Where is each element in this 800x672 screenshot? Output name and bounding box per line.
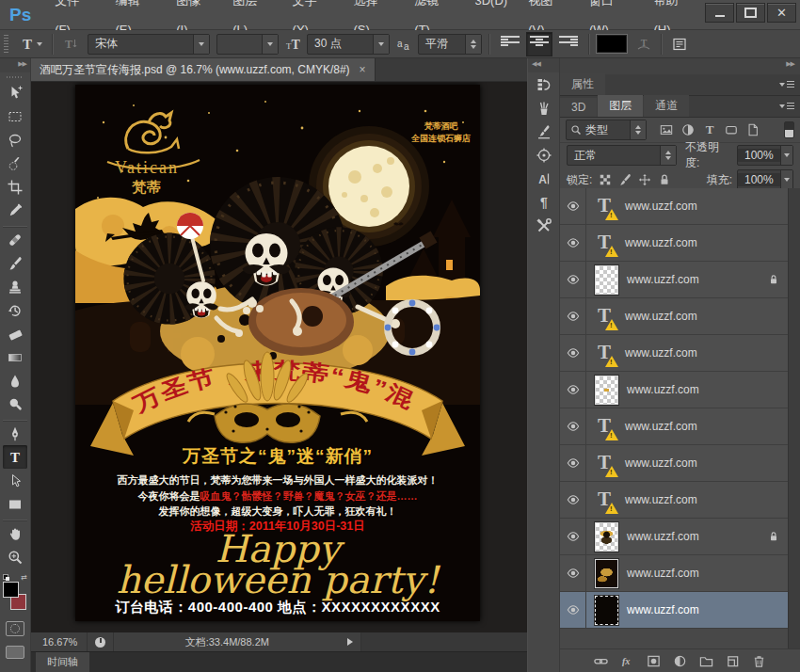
layer-name[interactable]: www.uzzf.com <box>625 310 697 323</box>
layers-bottom-button[interactable] <box>673 654 687 668</box>
layer-visibility-toggle[interactable] <box>560 482 586 518</box>
font-style-select[interactable] <box>216 34 279 55</box>
font-size-select[interactable]: 30 点 <box>307 34 390 55</box>
layer-row[interactable]: www.uzzf.com <box>560 225 789 262</box>
layer-name[interactable]: www.uzzf.com <box>625 200 697 213</box>
lock-button[interactable] <box>599 173 612 186</box>
layer-row[interactable]: www.uzzf.com <box>560 519 789 555</box>
layer-thumbnail[interactable] <box>595 487 616 514</box>
panel-menu-icon[interactable] <box>779 80 794 89</box>
tool-button[interactable] <box>3 345 27 369</box>
layer-thumbnail[interactable] <box>595 193 616 220</box>
align-button[interactable] <box>497 32 523 56</box>
zoom-level-field[interactable]: 16.67% <box>31 632 88 651</box>
anti-alias-select[interactable]: 平滑 <box>418 34 482 55</box>
tool-button[interactable] <box>3 469 27 492</box>
tool-button[interactable] <box>3 445 27 469</box>
panel-dock-icon[interactable] <box>532 120 556 143</box>
layer-filter-button[interactable] <box>660 123 673 136</box>
tool-button[interactable] <box>3 128 27 152</box>
tool-button[interactable] <box>3 152 27 175</box>
panel-dock-icon[interactable] <box>532 214 556 237</box>
panel-dock-icon[interactable] <box>532 96 556 120</box>
tab-layers[interactable]: 图层 <box>598 95 643 117</box>
tab-3d[interactable]: 3D <box>560 98 597 117</box>
layer-row[interactable]: www.uzzf.com <box>560 482 789 519</box>
layers-bottom-button[interactable] <box>726 654 740 668</box>
layer-visibility-toggle[interactable] <box>560 592 586 628</box>
panel-dock-icon[interactable] <box>532 72 556 96</box>
swap-colors-icon[interactable]: ⇄ <box>21 573 27 582</box>
tool-button[interactable] <box>3 545 27 568</box>
layer-thumbnail[interactable] <box>595 596 618 625</box>
lock-button[interactable] <box>638 173 651 186</box>
layers-bottom-button[interactable] <box>647 654 661 668</box>
layer-name[interactable]: www.uzzf.com <box>625 236 697 249</box>
layer-name[interactable]: www.uzzf.com <box>627 603 699 616</box>
text-orientation-button[interactable] <box>60 35 81 54</box>
layer-name[interactable]: www.uzzf.com <box>625 346 697 360</box>
minimize-button[interactable] <box>705 3 734 23</box>
layer-visibility-toggle[interactable] <box>560 188 586 224</box>
layer-filter-button[interactable] <box>746 123 760 136</box>
color-wells[interactable]: ⇄ <box>3 576 27 610</box>
layer-thumbnail[interactable] <box>595 450 616 477</box>
layer-row[interactable]: www.uzzf.com <box>560 555 789 592</box>
timeline-tab[interactable]: 时间轴 <box>36 652 89 672</box>
layer-name[interactable]: www.uzzf.com <box>625 420 697 433</box>
layer-row[interactable]: www.uzzf.com <box>560 408 789 445</box>
tool-button[interactable] <box>3 298 27 322</box>
layer-visibility-toggle[interactable] <box>560 555 586 591</box>
layer-name[interactable]: www.uzzf.com <box>627 383 699 396</box>
tool-button[interactable] <box>3 322 27 345</box>
default-colors-icon[interactable] <box>3 574 10 582</box>
poster-document[interactable]: 万圣节，来梵蒂“鬼”混 <box>75 85 480 621</box>
layer-filter-button[interactable] <box>681 123 695 136</box>
layers-bottom-button[interactable] <box>620 654 634 668</box>
align-button[interactable] <box>526 32 552 56</box>
layer-thumbnail[interactable] <box>595 559 618 588</box>
tool-preset-button[interactable] <box>17 35 45 54</box>
layer-visibility-toggle[interactable] <box>560 372 586 408</box>
opacity-select[interactable]: 100% <box>737 145 793 166</box>
maximize-button[interactable] <box>736 3 765 23</box>
layer-row[interactable]: www.uzzf.com <box>560 445 789 482</box>
font-family-select[interactable]: 宋体 <box>88 34 210 55</box>
tool-button[interactable] <box>3 199 27 222</box>
layer-thumbnail[interactable] <box>595 340 616 367</box>
tool-button[interactable] <box>3 369 27 392</box>
panel-menu-icon[interactable] <box>779 102 794 111</box>
layer-visibility-toggle[interactable] <box>560 445 586 481</box>
layer-visibility-toggle[interactable] <box>560 262 586 297</box>
layer-row[interactable]: www.uzzf.com <box>560 372 789 408</box>
layer-row[interactable]: www.uzzf.com <box>560 298 789 335</box>
layer-visibility-toggle[interactable] <box>560 408 586 444</box>
layer-name[interactable]: www.uzzf.com <box>627 567 699 580</box>
layer-name[interactable]: www.uzzf.com <box>625 493 697 506</box>
filter-type-select[interactable]: 类型 <box>566 120 647 140</box>
layer-visibility-toggle[interactable] <box>560 298 586 334</box>
tool-button[interactable] <box>3 392 27 416</box>
tools-collapse-button[interactable]: ▶▶ <box>0 58 30 72</box>
layer-name[interactable]: www.uzzf.com <box>625 456 697 470</box>
warp-text-button[interactable] <box>633 35 654 54</box>
layer-name[interactable]: www.uzzf.com <box>627 273 699 286</box>
layer-visibility-toggle[interactable] <box>560 519 586 554</box>
lock-button[interactable] <box>658 173 671 186</box>
layer-thumbnail[interactable] <box>595 265 618 295</box>
align-button[interactable] <box>555 32 582 56</box>
layer-filter-button[interactable] <box>725 123 738 136</box>
tool-button[interactable] <box>3 104 27 128</box>
toggle-panels-button[interactable] <box>669 35 690 54</box>
close-icon[interactable]: × <box>360 64 366 75</box>
panel-dock-icon[interactable] <box>532 190 556 214</box>
dock-expand-button[interactable]: ◀◀ <box>528 58 559 72</box>
layer-row[interactable]: www.uzzf.com <box>560 335 789 372</box>
layer-row[interactable]: www.uzzf.com <box>560 592 789 629</box>
lock-button[interactable] <box>618 173 632 186</box>
layer-visibility-toggle[interactable] <box>560 335 586 371</box>
tab-properties[interactable]: 属性 <box>560 73 605 95</box>
layer-row[interactable]: www.uzzf.com <box>560 188 789 225</box>
layer-visibility-toggle[interactable] <box>560 225 586 261</box>
panel-dock-icon[interactable] <box>532 167 556 190</box>
